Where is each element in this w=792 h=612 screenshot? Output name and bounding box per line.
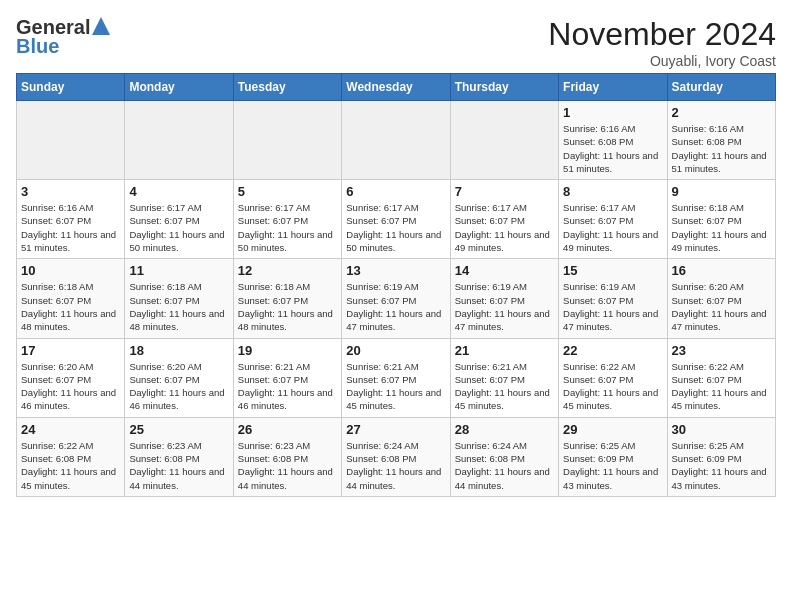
calendar-day-cell: 30Sunrise: 6:25 AM Sunset: 6:09 PM Dayli… [667, 417, 775, 496]
calendar-day-cell: 22Sunrise: 6:22 AM Sunset: 6:07 PM Dayli… [559, 338, 667, 417]
logo-blue-text: Blue [16, 35, 59, 58]
day-number: 4 [129, 184, 228, 199]
location-text: Ouyabli, Ivory Coast [548, 53, 776, 69]
day-number: 28 [455, 422, 554, 437]
day-info: Sunrise: 6:17 AM Sunset: 6:07 PM Dayligh… [346, 201, 445, 254]
calendar-day-cell: 8Sunrise: 6:17 AM Sunset: 6:07 PM Daylig… [559, 180, 667, 259]
calendar-day-cell: 15Sunrise: 6:19 AM Sunset: 6:07 PM Dayli… [559, 259, 667, 338]
calendar-day-cell: 17Sunrise: 6:20 AM Sunset: 6:07 PM Dayli… [17, 338, 125, 417]
day-info: Sunrise: 6:16 AM Sunset: 6:08 PM Dayligh… [563, 122, 662, 175]
day-info: Sunrise: 6:22 AM Sunset: 6:07 PM Dayligh… [672, 360, 771, 413]
day-info: Sunrise: 6:20 AM Sunset: 6:07 PM Dayligh… [21, 360, 120, 413]
day-info: Sunrise: 6:20 AM Sunset: 6:07 PM Dayligh… [672, 280, 771, 333]
calendar-day-cell: 9Sunrise: 6:18 AM Sunset: 6:07 PM Daylig… [667, 180, 775, 259]
day-info: Sunrise: 6:16 AM Sunset: 6:08 PM Dayligh… [672, 122, 771, 175]
calendar-day-cell [342, 101, 450, 180]
calendar-day-cell: 18Sunrise: 6:20 AM Sunset: 6:07 PM Dayli… [125, 338, 233, 417]
calendar-day-cell: 23Sunrise: 6:22 AM Sunset: 6:07 PM Dayli… [667, 338, 775, 417]
day-info: Sunrise: 6:18 AM Sunset: 6:07 PM Dayligh… [21, 280, 120, 333]
day-number: 16 [672, 263, 771, 278]
day-number: 17 [21, 343, 120, 358]
calendar-day-cell: 4Sunrise: 6:17 AM Sunset: 6:07 PM Daylig… [125, 180, 233, 259]
day-number: 22 [563, 343, 662, 358]
calendar-day-cell [233, 101, 341, 180]
calendar-header-cell: Wednesday [342, 74, 450, 101]
calendar-day-cell: 10Sunrise: 6:18 AM Sunset: 6:07 PM Dayli… [17, 259, 125, 338]
day-info: Sunrise: 6:22 AM Sunset: 6:08 PM Dayligh… [21, 439, 120, 492]
calendar-week-row: 17Sunrise: 6:20 AM Sunset: 6:07 PM Dayli… [17, 338, 776, 417]
calendar-day-cell: 28Sunrise: 6:24 AM Sunset: 6:08 PM Dayli… [450, 417, 558, 496]
day-number: 1 [563, 105, 662, 120]
calendar-header-cell: Sunday [17, 74, 125, 101]
day-info: Sunrise: 6:18 AM Sunset: 6:07 PM Dayligh… [238, 280, 337, 333]
day-number: 20 [346, 343, 445, 358]
calendar-day-cell: 21Sunrise: 6:21 AM Sunset: 6:07 PM Dayli… [450, 338, 558, 417]
day-number: 29 [563, 422, 662, 437]
day-number: 14 [455, 263, 554, 278]
day-info: Sunrise: 6:21 AM Sunset: 6:07 PM Dayligh… [455, 360, 554, 413]
day-info: Sunrise: 6:16 AM Sunset: 6:07 PM Dayligh… [21, 201, 120, 254]
day-number: 18 [129, 343, 228, 358]
calendar-day-cell: 2Sunrise: 6:16 AM Sunset: 6:08 PM Daylig… [667, 101, 775, 180]
day-info: Sunrise: 6:21 AM Sunset: 6:07 PM Dayligh… [346, 360, 445, 413]
day-number: 30 [672, 422, 771, 437]
calendar-week-row: 1Sunrise: 6:16 AM Sunset: 6:08 PM Daylig… [17, 101, 776, 180]
day-info: Sunrise: 6:19 AM Sunset: 6:07 PM Dayligh… [346, 280, 445, 333]
day-number: 12 [238, 263, 337, 278]
calendar-day-cell: 25Sunrise: 6:23 AM Sunset: 6:08 PM Dayli… [125, 417, 233, 496]
day-info: Sunrise: 6:17 AM Sunset: 6:07 PM Dayligh… [455, 201, 554, 254]
calendar-day-cell: 5Sunrise: 6:17 AM Sunset: 6:07 PM Daylig… [233, 180, 341, 259]
calendar-day-cell: 20Sunrise: 6:21 AM Sunset: 6:07 PM Dayli… [342, 338, 450, 417]
day-info: Sunrise: 6:25 AM Sunset: 6:09 PM Dayligh… [672, 439, 771, 492]
day-number: 13 [346, 263, 445, 278]
page-header: General Blue November 2024 Ouyabli, Ivor… [16, 16, 776, 69]
calendar-header-cell: Monday [125, 74, 233, 101]
calendar-day-cell: 13Sunrise: 6:19 AM Sunset: 6:07 PM Dayli… [342, 259, 450, 338]
day-number: 8 [563, 184, 662, 199]
day-number: 19 [238, 343, 337, 358]
day-number: 10 [21, 263, 120, 278]
day-number: 23 [672, 343, 771, 358]
calendar-day-cell: 16Sunrise: 6:20 AM Sunset: 6:07 PM Dayli… [667, 259, 775, 338]
calendar-day-cell: 26Sunrise: 6:23 AM Sunset: 6:08 PM Dayli… [233, 417, 341, 496]
calendar-day-cell: 27Sunrise: 6:24 AM Sunset: 6:08 PM Dayli… [342, 417, 450, 496]
day-number: 27 [346, 422, 445, 437]
day-info: Sunrise: 6:18 AM Sunset: 6:07 PM Dayligh… [129, 280, 228, 333]
calendar-day-cell: 3Sunrise: 6:16 AM Sunset: 6:07 PM Daylig… [17, 180, 125, 259]
calendar-header-row: SundayMondayTuesdayWednesdayThursdayFrid… [17, 74, 776, 101]
calendar-header-cell: Saturday [667, 74, 775, 101]
day-number: 25 [129, 422, 228, 437]
calendar-header-cell: Tuesday [233, 74, 341, 101]
day-info: Sunrise: 6:17 AM Sunset: 6:07 PM Dayligh… [238, 201, 337, 254]
day-info: Sunrise: 6:22 AM Sunset: 6:07 PM Dayligh… [563, 360, 662, 413]
day-info: Sunrise: 6:25 AM Sunset: 6:09 PM Dayligh… [563, 439, 662, 492]
day-info: Sunrise: 6:17 AM Sunset: 6:07 PM Dayligh… [129, 201, 228, 254]
day-number: 5 [238, 184, 337, 199]
day-number: 11 [129, 263, 228, 278]
day-info: Sunrise: 6:24 AM Sunset: 6:08 PM Dayligh… [346, 439, 445, 492]
calendar-day-cell: 1Sunrise: 6:16 AM Sunset: 6:08 PM Daylig… [559, 101, 667, 180]
calendar-day-cell: 12Sunrise: 6:18 AM Sunset: 6:07 PM Dayli… [233, 259, 341, 338]
calendar-week-row: 3Sunrise: 6:16 AM Sunset: 6:07 PM Daylig… [17, 180, 776, 259]
day-number: 6 [346, 184, 445, 199]
day-number: 21 [455, 343, 554, 358]
calendar-day-cell: 14Sunrise: 6:19 AM Sunset: 6:07 PM Dayli… [450, 259, 558, 338]
day-info: Sunrise: 6:18 AM Sunset: 6:07 PM Dayligh… [672, 201, 771, 254]
calendar-day-cell: 19Sunrise: 6:21 AM Sunset: 6:07 PM Dayli… [233, 338, 341, 417]
calendar-header-cell: Thursday [450, 74, 558, 101]
logo: General Blue [16, 16, 110, 58]
day-number: 9 [672, 184, 771, 199]
day-number: 15 [563, 263, 662, 278]
calendar-day-cell [450, 101, 558, 180]
calendar-day-cell [17, 101, 125, 180]
calendar-table: SundayMondayTuesdayWednesdayThursdayFrid… [16, 73, 776, 497]
title-block: November 2024 Ouyabli, Ivory Coast [548, 16, 776, 69]
calendar-day-cell: 6Sunrise: 6:17 AM Sunset: 6:07 PM Daylig… [342, 180, 450, 259]
day-number: 7 [455, 184, 554, 199]
day-info: Sunrise: 6:20 AM Sunset: 6:07 PM Dayligh… [129, 360, 228, 413]
day-number: 26 [238, 422, 337, 437]
logo-icon [92, 17, 110, 35]
day-info: Sunrise: 6:19 AM Sunset: 6:07 PM Dayligh… [563, 280, 662, 333]
calendar-header: SundayMondayTuesdayWednesdayThursdayFrid… [17, 74, 776, 101]
calendar-week-row: 10Sunrise: 6:18 AM Sunset: 6:07 PM Dayli… [17, 259, 776, 338]
